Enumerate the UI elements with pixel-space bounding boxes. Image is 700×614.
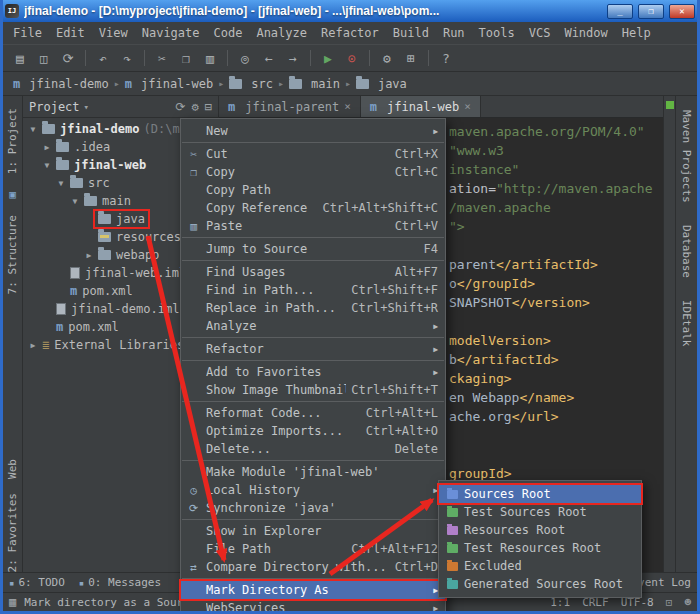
submenu-item-generated-sources-root[interactable]: Generated Sources Root	[439, 575, 641, 593]
context-menu-item-jump-to-source[interactable]: Jump to SourceF4	[181, 240, 445, 258]
menu-edit[interactable]: Edit	[49, 24, 92, 42]
tree-toggle-icon[interactable]: ▼	[41, 161, 53, 170]
submenu-item-excluded[interactable]: Excluded	[439, 557, 641, 575]
lock-icon[interactable]: ⊡	[666, 596, 673, 609]
toolwindow-button-6-todo[interactable]: ▪6: TODO	[9, 576, 65, 589]
menu-code[interactable]: Code	[207, 24, 250, 42]
context-menu-item-cut[interactable]: ✂CutCtrl+X	[181, 145, 445, 163]
toolwindow-button-web[interactable]: Web	[6, 459, 19, 479]
error-stripe[interactable]	[663, 96, 675, 572]
menu-window[interactable]: Window	[557, 24, 614, 42]
tree-toggle-icon[interactable]: ▶	[41, 143, 53, 152]
close-icon[interactable]: ×	[464, 100, 471, 113]
context-menu-item-copy[interactable]: ❐CopyCtrl+C	[181, 163, 445, 181]
settings-icon[interactable]: ⚙	[376, 48, 398, 68]
context-menu-item-analyze[interactable]: Analyze▶	[181, 317, 445, 335]
toolwindow-button-idetalk[interactable]: IDEtalk	[680, 300, 693, 346]
context-menu-item-make-module-jfinal-web[interactable]: Make Module 'jfinal-web'	[181, 463, 445, 481]
context-menu-item-copy-path[interactable]: Copy Path	[181, 181, 445, 199]
breadcrumb-item-jfinal-demo[interactable]: mjfinal-demo	[13, 77, 109, 91]
context-menu-item-find-in-path[interactable]: Find in Path...Ctrl+Shift+F	[181, 281, 445, 299]
context-menu-item-local-history[interactable]: ◷Local History▶	[181, 481, 445, 499]
forward-icon[interactable]: →	[282, 48, 304, 68]
menu-item-shortcut: Ctrl+D	[395, 560, 438, 574]
toolwindow-icon[interactable]: ▣	[9, 188, 16, 201]
project-structure-icon[interactable]: ⊞	[400, 48, 422, 68]
context-menu-item-show-image-thumbnails[interactable]: Show Image ThumbnailsCtrl+Shift+T	[181, 381, 445, 399]
menu-tools[interactable]: Tools	[472, 24, 522, 42]
close-button[interactable]: ✕	[669, 4, 695, 19]
context-menu-item-show-in-explorer[interactable]: Show in Explorer	[181, 522, 445, 540]
chevron-down-icon[interactable]: ▾	[84, 102, 89, 112]
context-menu-item-file-path[interactable]: File PathCtrl+Alt+F12	[181, 540, 445, 558]
menu-vcs[interactable]: VCS	[522, 24, 558, 42]
context-menu-item-optimize-imports[interactable]: Optimize Imports...Ctrl+Alt+O	[181, 422, 445, 440]
breadcrumb-item-jfinal-web[interactable]: mjfinal-web	[125, 77, 213, 91]
context-menu-item-add-to-favorites[interactable]: Add to Favorites▶	[181, 363, 445, 381]
context-menu-item-reformat-code[interactable]: Reformat Code...Ctrl+Alt+L	[181, 404, 445, 422]
gear-icon[interactable]: ⚙	[192, 100, 199, 114]
find-icon[interactable]: ◎	[234, 48, 256, 68]
redo-icon[interactable]: ↷	[116, 48, 138, 68]
menu-build[interactable]: Build	[386, 24, 436, 42]
menu-navigate[interactable]: Navigate	[135, 24, 207, 42]
context-menu-item-webservices[interactable]: WebServices▶	[181, 599, 445, 614]
project-panel-title[interactable]: Project	[29, 100, 80, 114]
debug-icon[interactable]: ⊙	[341, 48, 363, 68]
maximize-button[interactable]: ❐	[638, 4, 664, 19]
menu-help[interactable]: Help	[615, 24, 658, 42]
sync-icon[interactable]: ⟳	[175, 100, 185, 114]
context-menu-item-replace-in-path[interactable]: Replace in Path...Ctrl+Shift+R	[181, 299, 445, 317]
context-menu-item-find-usages[interactable]: Find UsagesAlt+F7	[181, 263, 445, 281]
minimize-button[interactable]: _	[607, 4, 633, 19]
context-menu-item-new[interactable]: New▶	[181, 122, 445, 140]
open-icon[interactable]: ▤	[9, 48, 31, 68]
context-menu-item-compare-directory-with[interactable]: ⇄Compare Directory with...Ctrl+D	[181, 558, 445, 576]
breadcrumb-item-src[interactable]: src	[229, 77, 273, 91]
context-menu-item-mark-directory-as[interactable]: Mark Directory As▶	[181, 581, 445, 599]
submenu-item-sources-root[interactable]: Sources Root	[439, 485, 641, 503]
toolwindow-button-1-project[interactable]: 1: Project	[6, 108, 19, 174]
context-menu-item-paste[interactable]: ▥PasteCtrl+V	[181, 217, 445, 235]
toolwindow-button-database[interactable]: Database	[680, 225, 693, 278]
hector-icon[interactable]: ☻	[684, 596, 691, 609]
undo-icon[interactable]: ↶	[92, 48, 114, 68]
save-all-icon[interactable]: ◫	[33, 48, 55, 68]
submenu-item-test-resources-root[interactable]: Test Resources Root	[439, 539, 641, 557]
context-menu-item-delete[interactable]: Delete...Delete	[181, 440, 445, 458]
collapse-all-icon[interactable]: ⊟	[205, 100, 212, 114]
cut-icon[interactable]: ✂	[151, 48, 173, 68]
toolwindow-button-2-favorites[interactable]: 2: Favorites	[6, 493, 19, 572]
tree-toggle-icon[interactable]: ▼	[69, 197, 81, 206]
help-icon[interactable]: ?	[435, 48, 457, 68]
copy-icon[interactable]: ❐	[175, 48, 197, 68]
close-icon[interactable]: ×	[344, 100, 351, 113]
tree-toggle-icon[interactable]: ▼	[27, 125, 39, 134]
editor-tab-jfinal-web[interactable]: mjfinal-web×	[361, 96, 481, 117]
menu-view[interactable]: View	[92, 24, 135, 42]
toolwindow-button-0-messages[interactable]: ▪0: Messages	[79, 576, 161, 589]
run-icon[interactable]: ▶	[317, 48, 339, 68]
context-menu-item-synchronize-java[interactable]: ⟳Synchronize 'java'	[181, 499, 445, 517]
menu-refactor[interactable]: Refactor	[314, 24, 386, 42]
tree-toggle-icon[interactable]: ▶	[27, 341, 39, 350]
menu-analyze[interactable]: Analyze	[249, 24, 314, 42]
tree-item-content: jfinal-web	[53, 157, 149, 173]
breadcrumb-item-java[interactable]: java	[356, 77, 407, 91]
submenu-item-test-sources-root[interactable]: Test Sources Root	[439, 503, 641, 521]
tree-toggle-icon[interactable]: ▶	[83, 251, 95, 260]
menu-file[interactable]: File	[6, 24, 49, 42]
synchronize-icon[interactable]: ⟳	[57, 48, 79, 68]
paste-icon[interactable]: ▥	[199, 48, 221, 68]
editor-tab-jfinal-parent[interactable]: mjfinal-parent×	[219, 96, 361, 117]
context-menu-item-refactor[interactable]: Refactor▶	[181, 340, 445, 358]
toolwindow-button-maven-projects[interactable]: Maven Projects	[680, 110, 693, 203]
toolwindow-switcher-icon[interactable]: ▦	[9, 595, 16, 609]
back-icon[interactable]: ←	[258, 48, 280, 68]
breadcrumb-item-main[interactable]: main	[289, 77, 340, 91]
toolwindow-button-7-structure[interactable]: 7: Structure	[6, 215, 19, 294]
context-menu-item-copy-reference[interactable]: Copy ReferenceCtrl+Alt+Shift+C	[181, 199, 445, 217]
tree-toggle-icon[interactable]: ▼	[55, 179, 67, 188]
menu-run[interactable]: Run	[436, 24, 472, 42]
submenu-item-resources-root[interactable]: Resources Root	[439, 521, 641, 539]
